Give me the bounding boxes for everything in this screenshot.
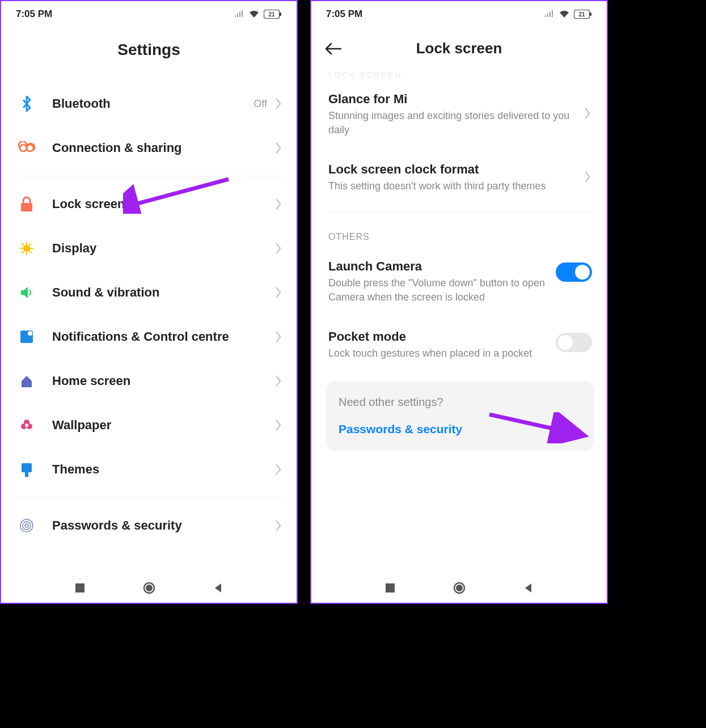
signal-icon [544,10,555,18]
status-icons: 21 [234,10,282,19]
battery-icon: 21 [574,10,592,19]
svg-rect-1 [280,12,281,16]
svg-rect-22 [25,472,28,477]
svg-point-4 [27,145,33,151]
row-bluetooth[interactable]: Bluetooth Off [7,82,293,126]
page-title: Settings [117,41,180,58]
chevron-right-icon [583,171,592,183]
divider [18,497,282,498]
sun-icon [17,239,36,258]
nav-recents-icon[interactable] [384,582,396,594]
phone-left-settings: 7:05 PM 21 Settings Bluetooth Off Connec… [0,0,298,604]
row-label: Wallpaper [52,418,274,433]
row-display[interactable]: Display [7,226,293,270]
chevron-right-icon [274,375,283,387]
svg-rect-5 [21,203,32,211]
item-launch-camera[interactable]: Launch Camera Double press the "Volume d… [317,247,603,317]
item-title: Launch Camera [328,259,549,274]
notif-icon [17,327,36,346]
chevron-right-icon [274,464,283,475]
speaker-icon [17,283,36,302]
section-header-others: OTHERS [317,218,603,247]
nav-bar [311,573,607,603]
page-title-area: Settings [1,27,297,82]
nav-bar [1,573,297,603]
status-icons: 21 [544,10,592,19]
lockscreen-settings: LOCK SCREEN Glance for Mi Stunning image… [311,63,607,573]
phone-right-lockscreen: 7:05 PM 21 Lock screen LOCK SCREEN Glanc… [310,0,608,604]
row-connection-sharing[interactable]: Connection & sharing [7,126,293,170]
link-box: Need other settings? Passwords & securit… [326,381,594,451]
item-glance-for-mi[interactable]: Glance for Mi Stunning images and exciti… [317,79,603,150]
row-home-screen[interactable]: Home screen [7,359,293,403]
chevron-right-icon [274,198,283,210]
row-sound-vibration[interactable]: Sound & vibration [7,270,293,315]
nav-recents-icon[interactable] [74,582,86,594]
row-label: Bluetooth [52,96,253,111]
row-label: Notifications & Control centre [52,329,274,344]
chevron-right-icon [274,420,283,431]
row-label: Sound & vibration [52,285,274,300]
chevron-right-icon [583,108,592,119]
theme-icon [17,460,36,479]
header: Lock screen [311,27,607,63]
row-label: Connection & sharing [52,141,274,155]
row-label: Themes [52,462,274,477]
page-title: Lock screen [342,40,576,57]
link-icon [17,138,36,158]
row-passwords-security[interactable]: Passwords & security [7,503,293,548]
row-themes[interactable]: Themes [7,447,293,492]
battery-icon: 21 [264,10,282,19]
toggle-pocket-mode[interactable] [556,333,592,352]
item-pocket-mode[interactable]: Pocket mode Lock touch gestures when pla… [317,317,603,373]
svg-point-35 [456,585,463,591]
divider [18,176,282,176]
row-value: Off [253,98,267,110]
home-icon [17,371,36,391]
nav-back-icon[interactable] [522,582,535,594]
row-wallpaper[interactable]: Wallpaper [7,403,293,447]
settings-list: Bluetooth Off Connection & sharing Lock … [1,82,297,573]
flower-icon [17,416,36,435]
row-lock-screen[interactable]: Lock screen [7,182,293,226]
item-desc: Lock touch gestures when placed in a poc… [328,346,549,361]
row-label: Home screen [52,374,274,388]
item-desc: Double press the "Volume down" button to… [328,276,549,304]
divider [328,212,592,213]
svg-rect-26 [75,583,84,592]
item-lock-screen-clock-format[interactable]: Lock screen clock format This setting do… [317,150,603,206]
toggle-launch-camera[interactable] [556,263,592,282]
status-bar: 7:05 PM 21 [311,1,607,27]
svg-point-3 [20,145,27,151]
signal-icon [234,10,244,18]
svg-point-24 [23,522,31,530]
chevron-right-icon [274,98,283,109]
nav-home-icon[interactable] [453,582,466,594]
svg-point-28 [146,585,153,591]
nav-back-icon[interactable] [212,582,225,594]
nav-home-icon[interactable] [143,582,155,594]
chevron-right-icon [274,520,283,531]
chevron-right-icon [274,243,283,254]
chevron-right-icon [274,287,283,298]
svg-text:21: 21 [578,11,585,18]
item-title: Lock screen clock format [328,162,576,177]
row-notifications-control-centre[interactable]: Notifications & Control centre [7,315,293,359]
svg-point-25 [25,524,28,527]
svg-rect-31 [590,12,591,16]
wifi-icon [249,10,259,18]
svg-rect-21 [22,463,32,472]
svg-point-20 [25,424,28,427]
status-bar: 7:05 PM 21 [1,1,297,27]
row-label: Lock screen [52,197,274,211]
svg-text:21: 21 [268,11,275,18]
link-passwords-security[interactable]: Passwords & security [339,422,582,436]
status-time: 7:05 PM [326,9,362,20]
section-header-lockscreen: LOCK SCREEN [317,63,603,79]
status-time: 7:05 PM [16,9,52,20]
item-desc: Stunning images and exciting stories del… [328,109,576,137]
lock-icon [17,194,36,214]
link-box-title: Need other settings? [339,396,582,409]
chevron-right-icon [274,331,283,342]
back-icon[interactable] [325,43,342,55]
